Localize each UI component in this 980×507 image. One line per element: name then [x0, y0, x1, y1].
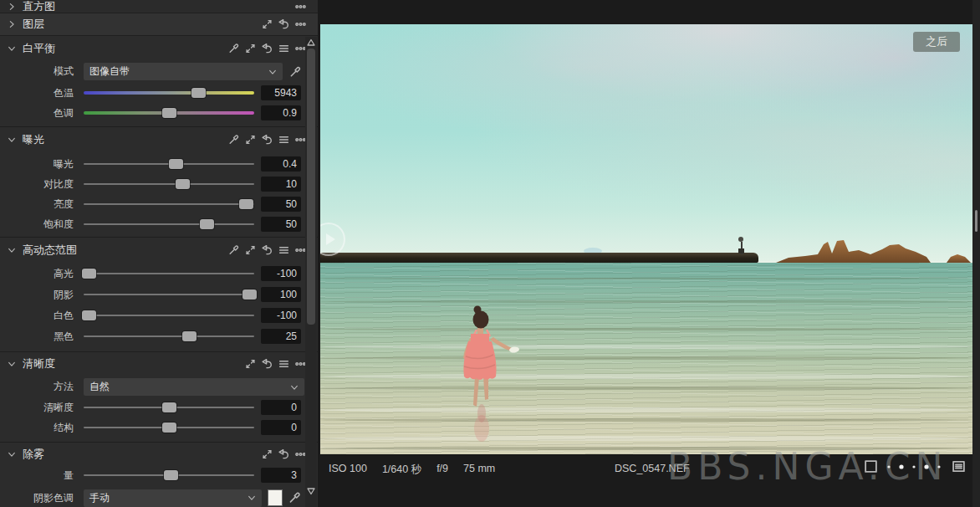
- eyedropper-icon[interactable]: [289, 65, 301, 79]
- slider-value[interactable]: 0: [261, 420, 301, 435]
- undo-icon[interactable]: [262, 359, 273, 370]
- eyedropper-icon[interactable]: [228, 135, 239, 146]
- exif-metadata: ISO 100 1/640 秒 f/9 75 mm: [329, 463, 495, 477]
- temperature-slider[interactable]: [84, 84, 254, 101]
- expand-icon[interactable]: [245, 135, 256, 146]
- info-list-icon[interactable]: [952, 459, 966, 474]
- tint-slider[interactable]: [84, 105, 254, 121]
- layers-section-header[interactable]: 图层: [0, 13, 318, 36]
- right-panel-splitter[interactable]: [972, 0, 980, 507]
- saturation-slider[interactable]: [84, 216, 254, 233]
- slider-value[interactable]: 25: [261, 329, 301, 344]
- blacks-slider[interactable]: [84, 328, 254, 345]
- shadow-tint-dropdown[interactable]: 手动: [84, 489, 262, 507]
- slider-value[interactable]: 0: [261, 400, 301, 415]
- scrollbar-thumb[interactable]: [307, 49, 315, 325]
- menu-icon[interactable]: [278, 44, 289, 54]
- slider-label: 曝光: [0, 157, 84, 172]
- menu-icon[interactable]: [278, 359, 289, 370]
- slider-handle[interactable]: [182, 331, 197, 341]
- undo-icon[interactable]: [262, 135, 273, 146]
- zoom-level-dots[interactable]: [883, 459, 947, 474]
- slider-value[interactable]: -100: [261, 308, 301, 323]
- slider-handle[interactable]: [82, 269, 96, 279]
- undo-icon[interactable]: [278, 449, 289, 460]
- eyedropper-icon[interactable]: [288, 491, 301, 504]
- slider-handle[interactable]: [82, 310, 96, 320]
- slider-handle[interactable]: [242, 289, 257, 300]
- whites-slider[interactable]: [84, 307, 254, 324]
- chevron-down-icon: [290, 383, 299, 392]
- develop-panel: 直方图 图层 白平衡: [0, 0, 318, 507]
- wb-mode-value: 图像自带: [89, 64, 130, 79]
- scroll-down-icon[interactable]: [306, 486, 316, 496]
- dehaze-section-title: 除雾: [23, 447, 44, 462]
- expand-icon[interactable]: [262, 19, 273, 30]
- slider-handle[interactable]: [162, 108, 176, 118]
- slider-handle[interactable]: [164, 470, 178, 480]
- photo-wave: [320, 328, 972, 330]
- slider-value[interactable]: 10: [261, 177, 301, 192]
- clarity-method-row: 方法 自然: [0, 378, 301, 396]
- splitter-handle[interactable]: [975, 210, 977, 232]
- slider-value[interactable]: 3: [261, 468, 301, 483]
- slider-handle[interactable]: [162, 402, 176, 412]
- slider-value[interactable]: 50: [261, 217, 301, 232]
- wb-tint-row: 色调 0.9: [0, 105, 301, 121]
- slider-handle[interactable]: [239, 199, 253, 209]
- slider-value[interactable]: 100: [261, 287, 301, 302]
- dehaze-amount-row: 量 3: [0, 467, 301, 484]
- slider-value[interactable]: 5943: [261, 85, 301, 100]
- clarity-method-dropdown[interactable]: 自然: [84, 378, 304, 396]
- photo-wave: [320, 447, 972, 450]
- structure-slider[interactable]: [84, 419, 254, 436]
- shadow-tint-label: 阴影色调: [0, 491, 84, 505]
- dehaze-section-header[interactable]: 除雾: [0, 444, 318, 464]
- more-options-icon[interactable]: [295, 19, 306, 30]
- eyedropper-icon[interactable]: [228, 44, 239, 54]
- slider-handle[interactable]: [176, 179, 190, 189]
- slider-value[interactable]: 0.4: [261, 156, 301, 172]
- clarity-slider[interactable]: [84, 399, 254, 416]
- eyedropper-icon[interactable]: [228, 245, 239, 256]
- photo-beacon-base: [738, 248, 744, 254]
- hdr-section-header[interactable]: 高动态范围: [0, 240, 318, 260]
- wb-mode-dropdown[interactable]: 图像自带: [84, 63, 283, 80]
- scroll-up-icon[interactable]: [306, 38, 316, 48]
- dehaze-slider[interactable]: [84, 467, 254, 484]
- color-swatch[interactable]: [268, 489, 283, 506]
- menu-icon[interactable]: [278, 245, 289, 256]
- panel-scrollbar[interactable]: [305, 37, 317, 507]
- more-options-icon[interactable]: [295, 1, 306, 12]
- undo-icon[interactable]: [278, 19, 289, 30]
- exposure-section-header[interactable]: 曝光: [0, 130, 318, 150]
- slider-handle[interactable]: [191, 88, 206, 98]
- slider-label: 对比度: [0, 177, 84, 192]
- clarity-section-header[interactable]: 清晰度: [0, 354, 318, 374]
- slider-handle[interactable]: [169, 159, 183, 169]
- slider-handle[interactable]: [162, 422, 176, 433]
- slider-value[interactable]: 0.9: [261, 105, 301, 120]
- histogram-section-header[interactable]: 直方图: [0, 0, 318, 13]
- white-balance-section-header[interactable]: 白平衡: [0, 38, 318, 59]
- exposure-slider[interactable]: [84, 156, 254, 172]
- undo-icon[interactable]: [262, 44, 273, 54]
- expand-icon[interactable]: [245, 359, 256, 370]
- undo-icon[interactable]: [262, 245, 273, 256]
- contrast-slider[interactable]: [84, 176, 254, 192]
- photo-rocks: [772, 238, 972, 264]
- expand-icon[interactable]: [245, 44, 256, 54]
- menu-icon[interactable]: [278, 135, 289, 146]
- highlights-slider[interactable]: [84, 265, 254, 282]
- slider-value[interactable]: -100: [261, 266, 301, 281]
- slider-label: 量: [0, 469, 84, 483]
- expand-icon[interactable]: [262, 449, 273, 460]
- shadows-slider[interactable]: [84, 286, 254, 303]
- expand-icon[interactable]: [245, 245, 256, 256]
- after-view-button[interactable]: 之后: [913, 32, 960, 52]
- fit-view-icon[interactable]: [864, 459, 878, 474]
- brightness-slider[interactable]: [84, 196, 254, 213]
- slider-handle[interactable]: [200, 219, 214, 229]
- slider-track: [84, 203, 254, 205]
- slider-value[interactable]: 50: [261, 197, 301, 212]
